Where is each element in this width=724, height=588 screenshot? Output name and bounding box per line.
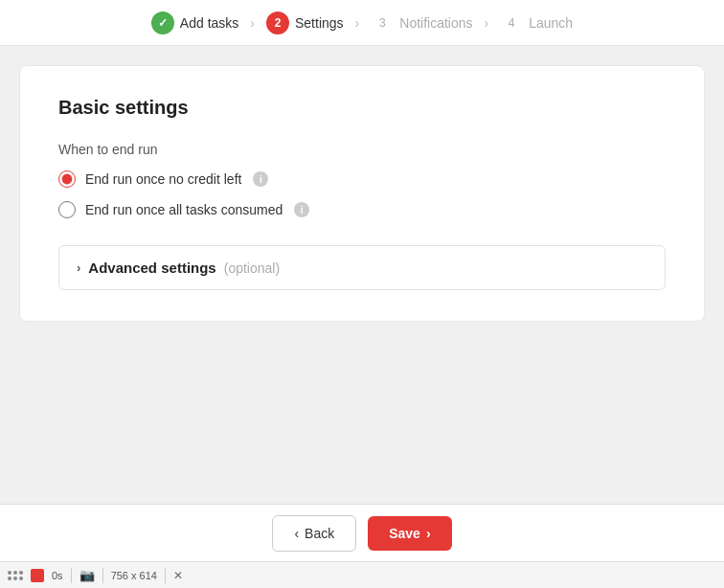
stepper: ✓ Add tasks › 2 Settings › 3 Notificatio…	[0, 0, 724, 46]
step-1-label: Add tasks	[180, 15, 238, 31]
card-title: Basic settings	[58, 97, 666, 119]
advanced-optional-label: (optional)	[224, 260, 280, 276]
advanced-settings-label: Advanced settings	[88, 260, 215, 276]
grid-dots-icon	[8, 571, 23, 580]
settings-card: Basic settings When to end run End run o…	[19, 65, 705, 322]
radio-no-credit-label: End run once no credit left	[85, 171, 241, 187]
back-button[interactable]: ‹ Back	[272, 515, 356, 552]
taskbar-divider-2	[102, 568, 103, 583]
taskbar-divider-3	[165, 568, 166, 583]
step-notifications[interactable]: 3 Notifications	[371, 11, 472, 34]
radio-option-all-tasks[interactable]: End run once all tasks consumed i	[58, 201, 666, 218]
step-4-circle: 4	[500, 11, 523, 34]
advanced-chevron-icon: ›	[77, 260, 80, 275]
save-button[interactable]: Save ›	[368, 516, 451, 551]
taskbar-divider-1	[71, 568, 72, 583]
step-2-label: Settings	[295, 15, 344, 31]
step-4-label: Launch	[529, 15, 573, 31]
chevron-icon-2: ›	[355, 15, 360, 31]
step-launch[interactable]: 4 Launch	[500, 11, 573, 34]
step-add-tasks[interactable]: ✓ Add tasks	[151, 11, 238, 34]
taskbar-time: 0s	[52, 570, 63, 581]
back-label: Back	[305, 526, 334, 541]
taskbar-dimensions: 724 x 588	[111, 570, 157, 581]
radio-group: End run once no credit left i End run on…	[58, 170, 666, 218]
step-3-label: Notifications	[399, 15, 472, 31]
radio-option-no-credit[interactable]: End run once no credit left i	[58, 170, 666, 188]
save-chevron-icon: ›	[426, 526, 431, 541]
radio-all-tasks-label: End run once all tasks consumed	[85, 202, 283, 217]
advanced-settings-toggle[interactable]: › Advanced settings (optional)	[58, 245, 666, 290]
camera-icon: 📷	[79, 568, 95, 582]
info-icon-2[interactable]: i	[294, 202, 309, 217]
radio-no-credit-input[interactable]	[58, 170, 76, 188]
chevron-icon-3: ›	[485, 15, 489, 31]
bottom-bar: ‹ Back Save ›	[0, 504, 724, 561]
main-content: Basic settings When to end run End run o…	[0, 46, 724, 504]
info-icon-1[interactable]: i	[253, 171, 268, 187]
when-to-end-label: When to end run	[58, 142, 666, 157]
radio-all-tasks-input[interactable]	[58, 201, 76, 218]
save-label: Save	[389, 526, 420, 541]
step-1-circle: ✓	[151, 11, 174, 34]
step-settings[interactable]: 2 Settings	[266, 11, 344, 34]
back-chevron-icon: ‹	[294, 526, 299, 541]
step-2-circle: 2	[266, 11, 289, 34]
taskbar: 0s 📷 724 x 588 ✕	[0, 561, 724, 588]
step-3-circle: 3	[371, 11, 394, 34]
taskbar-close-button[interactable]: ✕	[173, 569, 183, 582]
chevron-icon-1: ›	[250, 15, 255, 31]
record-icon	[31, 569, 44, 582]
